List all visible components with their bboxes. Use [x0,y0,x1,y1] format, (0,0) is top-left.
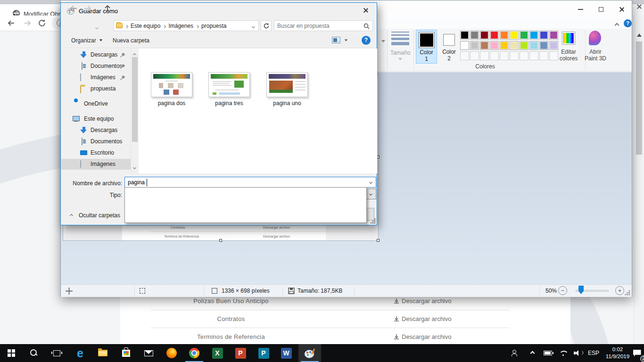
sidebar-item-descargas-pc[interactable]: Descargas [61,125,131,136]
sidebar-item-documentos[interactable]: Documentos [61,61,131,72]
palette-color[interactable] [510,31,519,40]
scrollbar-thumb[interactable] [636,41,642,155]
sidebar-item-descargas[interactable]: Descargas [61,49,131,60]
color2-button[interactable]: Color 2 [438,30,460,64]
filetype-dropdown-icon[interactable] [367,190,375,198]
palette-color[interactable] [539,41,548,50]
paint-help-icon[interactable]: ? [624,19,632,27]
sidebar-item-onedrive[interactable]: OneDrive [61,99,131,109]
taskbar-store[interactable] [115,344,137,362]
dialog-resize-grip[interactable] [370,218,376,224]
tray-overflow-button[interactable] [526,344,538,362]
organize-button[interactable]: Organizar [71,37,103,44]
people-button[interactable] [508,344,522,362]
file-item[interactable]: pagina uno [259,72,315,107]
browser-scrollbar[interactable] [634,16,644,344]
clock[interactable]: 0:02 11/9/2019 [603,346,633,360]
sidebar-item-propuesta[interactable]: propuesta [61,83,131,94]
download-link[interactable]: Descargar archivo [394,333,452,340]
sidebar-item-documentos-pc[interactable]: Documentos [61,136,131,147]
reload-icon[interactable] [38,18,47,28]
download-link[interactable]: Descargar archivo [394,315,452,322]
color1-button[interactable]: Color 1 [416,30,437,64]
sidebar-item-escritorio[interactable]: Escritorio [61,148,131,158]
zoom-out-button[interactable]: − [558,286,567,295]
palette-color[interactable] [470,31,479,40]
scrollbar-thumb[interactable] [132,57,138,142]
forward-icon[interactable] [23,19,32,27]
ribbon-collapse-icon[interactable] [615,22,619,28]
filename-input[interactable]: pagina [124,177,376,188]
taskbar-search-button[interactable] [23,344,45,362]
palette-color[interactable] [529,31,538,40]
palette-color[interactable] [500,31,509,40]
palette-color[interactable] [470,41,479,50]
taskbar-powerpoint[interactable]: P [229,344,252,362]
taskbar-file-explorer[interactable] [91,344,114,362]
palette-color[interactable] [510,41,519,50]
scroll-up-icon[interactable] [637,33,642,37]
back-icon[interactable] [7,19,16,27]
zoom-in-button[interactable]: + [615,286,624,295]
file-item[interactable]: pagina tres [201,72,257,107]
palette-color[interactable] [520,41,528,50]
breadcrumb-bar[interactable]: Este equipo Imágenes propuesta [114,20,259,31]
taskbar-mail[interactable] [137,344,160,362]
sidebar-scrollbar[interactable] [131,49,139,173]
palette-color[interactable] [480,31,489,40]
palette-color[interactable] [539,31,548,40]
taskbar-chrome[interactable] [183,344,206,362]
taskbar-excel[interactable]: X [206,344,229,362]
new-folder-button[interactable]: Nueva carpeta [113,37,149,44]
file-list-pane[interactable]: pagina dos pagina tres [139,49,377,173]
volume-button[interactable] [570,344,585,362]
network-button[interactable] [556,344,570,362]
close-button[interactable] [611,0,632,18]
ribbon-partial-dropdown-icon[interactable] [381,40,385,42]
palette-color[interactable] [520,31,528,40]
battery-button[interactable] [541,344,554,362]
nav-history-dropdown-icon[interactable] [96,24,98,30]
canvas-resize-handle-corner[interactable] [377,239,380,242]
language-indicator[interactable]: ESP [586,344,602,362]
nav-forward-icon[interactable] [83,4,93,13]
browser-tab[interactable]: Modificar Obra/ [0,4,64,16]
palette-color[interactable] [500,41,509,50]
palette-color[interactable] [529,41,538,50]
minimize-button[interactable] [570,0,591,18]
file-item[interactable]: pagina dos [143,72,200,107]
breadcrumb-item[interactable]: Imágenes [166,23,195,29]
action-center-button[interactable]: 2 [630,344,644,362]
dialog-close-button[interactable] [355,3,377,18]
taskbar-publisher[interactable]: P [252,344,275,362]
download-link[interactable]: Descargar archivo [394,297,452,304]
taskbar-firefox[interactable] [160,344,183,362]
sidebar-item-imagenes-pc[interactable]: Imágenes [61,159,131,170]
palette-color[interactable] [480,41,489,50]
search-box[interactable] [274,20,373,31]
taskbar-paint[interactable] [298,344,321,362]
sidebar-item-imagenes[interactable]: Imágenes [61,72,131,83]
palette-color[interactable] [549,31,558,40]
palette-color[interactable] [460,41,469,50]
task-view-button[interactable] [45,344,68,362]
nav-back-icon[interactable] [68,4,79,13]
search-input[interactable] [277,22,360,30]
palette-color[interactable] [490,41,499,50]
taskbar-word[interactable]: W [275,344,297,362]
maximize-button[interactable] [591,0,611,18]
dialog-help-icon[interactable]: ? [362,36,371,45]
palette-color[interactable] [490,31,499,40]
sidebar-item-este-equipo[interactable]: Este equipo [61,114,131,124]
start-button[interactable] [0,344,23,362]
filename-dropdown-icon[interactable] [367,178,375,186]
zoom-slider-thumb[interactable] [578,286,584,294]
breadcrumb-dropdown-icon[interactable] [252,23,255,29]
refresh-button[interactable] [261,20,272,31]
canvas-resize-handle-bottom[interactable] [219,239,222,242]
nav-up-icon[interactable] [103,4,112,13]
view-options-button[interactable] [332,36,351,45]
taskbar-edge[interactable]: e [69,344,91,362]
breadcrumb-item[interactable]: Este equipo [129,23,162,29]
filename-autocomplete-dropdown[interactable] [124,187,367,223]
